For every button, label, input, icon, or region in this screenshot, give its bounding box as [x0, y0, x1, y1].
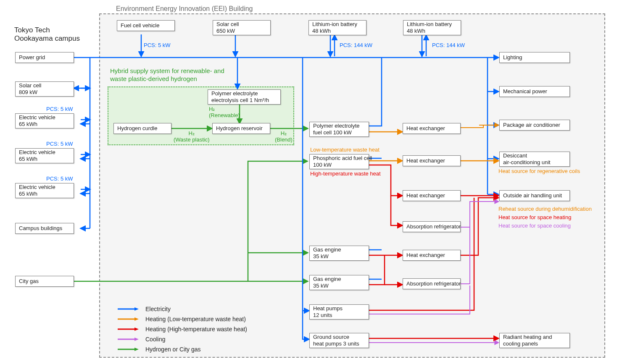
label-pcs-ev1: PCS: 5 kW	[46, 106, 73, 112]
label-hs-cool: Heat source for space cooling	[498, 223, 571, 229]
label-pcs-fcv: PCS: 5 kW	[144, 42, 171, 48]
node-gas-engine-1: Gas engine 35 kW	[309, 246, 369, 261]
label-pcs-li2: PCS: 144 kW	[432, 42, 465, 48]
node-ground-source-hp: Ground source heat pumps 3 units	[309, 333, 369, 348]
node-ev-1: Electric vehicle 65 kWh	[15, 113, 74, 128]
node-ev-3: Electric vehicle 65 kWh	[15, 183, 74, 198]
node-solar-650: Solar cell 650 kW	[213, 20, 271, 35]
node-solar-809: Solar cell 809 kW	[15, 81, 74, 97]
label-pcs-ev2: PCS: 5 kW	[46, 141, 73, 147]
label-h2-renewable: H₂(Renewable)	[209, 106, 240, 118]
label-regen: Heat source for regenerative coils	[498, 168, 580, 174]
campus-line2: Oookayama campus	[14, 34, 80, 43]
label-h2-blend: H₂(Blend)	[275, 130, 293, 143]
node-desiccant-ac: Desiccant air-conditioning unit	[499, 152, 570, 167]
node-outside-ahu: Outside air handling unit	[499, 190, 570, 201]
legend-cooling: Cooling	[118, 335, 247, 343]
campus-subtitle: Tokyo Tech Oookayama campus	[14, 26, 80, 43]
node-absorption-1: Absorption refrigerator	[403, 221, 461, 232]
node-mech-power: Mechanical power	[499, 86, 570, 97]
h2-subsystem-title: Hybrid supply system for renewable- and …	[110, 67, 224, 83]
label-htwh: High-temperature waste heat	[310, 170, 381, 177]
label-pcs-ev3: PCS: 5 kW	[46, 175, 73, 182]
label-ltwh: Low-temperature waste heat	[310, 147, 380, 153]
node-heat-pumps: Heat pumps 12 units	[309, 304, 369, 319]
node-hx-1: Heat exchanger	[403, 123, 461, 134]
node-lithium-1: Lithium-ion battery 48 kWh	[308, 20, 366, 35]
node-pefc: Polymer electrolyte fuel cell 100 kW	[309, 122, 369, 137]
node-hx-4: Heat exchanger	[403, 250, 461, 261]
label-h2-wasteplastic: H₂(Waste plastic)	[174, 130, 209, 143]
label-hs-heat: Heat source for space heating	[498, 214, 571, 220]
node-hx-2: Heat exchanger	[403, 155, 461, 166]
legend-electricity: Electricity	[118, 305, 247, 313]
legend-heating-high: Heating (High-temperature waste heat)	[118, 325, 247, 333]
node-package-ac: Package air conditioner	[499, 120, 570, 131]
node-pafc: Phosphoric acid fuel cell 100 kW	[309, 154, 369, 169]
node-absorption-2: Absorption refrigerator	[403, 278, 461, 289]
node-campus-buildings: Campus buildings	[15, 223, 74, 234]
node-fuel-cell-vehicle: Fuel cell vehicle	[117, 20, 175, 31]
node-electrolysis-cell: Polymer electrolyte electrolysis cell 1 …	[208, 89, 281, 105]
node-hydrogen-curdle: Hydrogen curdle	[113, 123, 171, 134]
node-lighting: Lighting	[499, 52, 570, 63]
energy-system-diagram: Environment Energy Innovation (EEI) Buil…	[0, 0, 622, 364]
label-reheat: Reheat source during dehumidification	[498, 206, 592, 212]
node-lithium-2: Lithium-ion battery 48 kWh	[403, 20, 461, 35]
node-hx-3: Heat exchanger	[403, 190, 461, 201]
label-pcs-li1: PCS: 144 kW	[340, 42, 372, 48]
legend: Electricity Heating (Low-temperature was…	[118, 303, 247, 355]
node-city-gas: City gas	[15, 276, 74, 287]
legend-h2-gas: Hydrogen or City gas	[118, 345, 247, 354]
campus-line1: Tokyo Tech	[14, 26, 80, 34]
node-radiant-panels: Radiant heating and cooling panels	[499, 333, 570, 348]
node-hydrogen-reservoir: Hydrogen reservoir	[212, 123, 270, 134]
legend-heating-low: Heating (Low-temperature waste heat)	[118, 315, 247, 323]
eei-building-title: Environment Energy Innovation (EEI) Buil…	[116, 5, 253, 13]
node-ev-2: Electric vehicle 65 kWh	[15, 148, 74, 163]
node-power-grid: Power grid	[15, 52, 74, 63]
node-gas-engine-2: Gas engine 35 kW	[309, 275, 369, 290]
